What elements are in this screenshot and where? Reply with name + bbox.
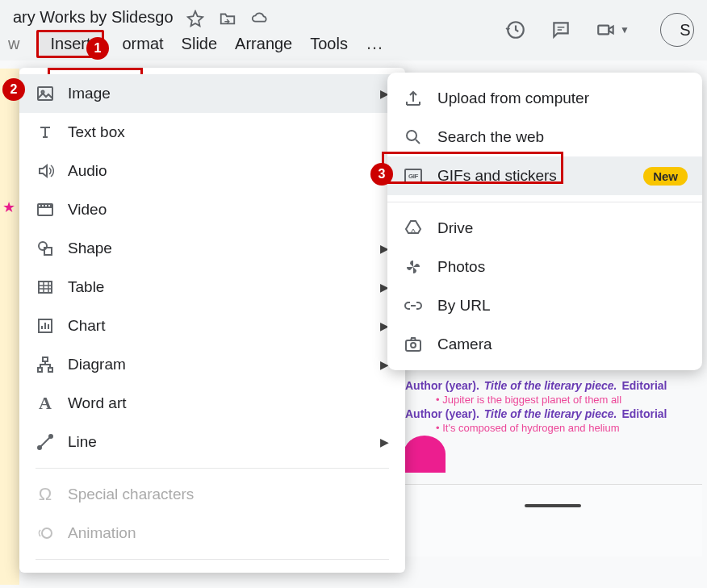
dropdown-audio-label: Audio [68,162,107,180]
dropdown-textbox[interactable]: Text box [19,113,405,152]
menu-insert-label: Insert [50,35,90,52]
svg-rect-8 [43,357,48,361]
svg-point-4 [39,242,47,250]
share-button[interactable]: S [660,13,694,47]
submenu-search-web[interactable]: Search the web [387,118,702,156]
sub-bullet-icon: • [436,394,440,406]
submenu-search-label: Search the web [437,128,544,146]
submenu-drive-label: Drive [437,219,473,237]
ref-sub2-text: It's composed of hydrogen and helium [442,422,619,434]
title-action-bar [186,10,269,27]
ref-sub1-text: Jupiter is the biggest planet of them al… [442,394,621,406]
resize-handle[interactable] [525,504,581,507]
comments-icon[interactable] [550,19,571,40]
dropdown-shape[interactable]: Shape ▶ [19,229,405,268]
dropdown-table[interactable]: Table ▶ [19,268,405,307]
upload-icon [404,89,423,108]
menu-more[interactable]: … [366,33,383,54]
submenu-arrow-icon: ▶ [380,436,389,448]
speaker-notes-area[interactable] [404,484,702,557]
submenu-camera[interactable]: Camera [387,325,702,364]
cloud-status-icon[interactable] [251,10,269,27]
dropdown-wordart[interactable]: A Word art [19,384,405,423]
audio-icon [36,161,55,181]
submenu-gifs-stickers[interactable]: GIF GIFs and stickers New [387,156,702,195]
svg-rect-6 [39,281,52,293]
submenu-photos-label: Photos [437,258,485,276]
dropdown-animation-label: Animation [68,524,136,542]
dropdown-video[interactable]: Video [19,190,405,229]
submenu-drive[interactable]: Drive [387,209,702,248]
dropdown-video-label: Video [68,201,107,219]
wordart-icon: A [36,394,55,413]
svg-point-14 [407,131,416,140]
callout-3: 3 [370,163,393,186]
shape-icon [36,239,55,258]
dropdown-animation: Animation [19,514,405,553]
dropdown-table-label: Table [68,278,104,296]
dropdown-image-label: Image [68,85,111,102]
menu-bar: w Insert ormat Slide Arrange Tools … [0,27,391,60]
menu-arrange[interactable]: Arrange [235,35,292,53]
svg-rect-9 [38,368,42,372]
dropdown-separator [36,559,389,560]
menu-format-truncated[interactable]: ormat [122,35,163,53]
new-badge: New [643,167,688,186]
video-call-button[interactable]: ▼ [596,19,630,40]
menu-view-truncated[interactable]: w [8,35,19,53]
image-icon [36,84,55,103]
drive-icon [404,219,423,238]
dropdown-line[interactable]: Line ▶ [19,423,405,461]
svg-rect-15 [406,340,420,351]
thumbnail-decoration-star-icon: ★ [2,198,15,216]
textbox-icon [36,123,55,142]
dropdown-image[interactable]: Image ▶ [19,74,405,113]
dropdown-special-label: Special characters [68,486,194,503]
dropdown-diagram-label: Diagram [68,356,126,373]
header-right-actions: ▼ S [505,13,694,47]
share-initial: S [680,21,690,40]
svg-point-13 [42,528,52,538]
ref-editorial: Editorial [621,379,667,392]
ref-title: Title of the literary piece. [484,407,617,420]
callout-2: 2 [2,78,25,101]
omega-icon: Ω [36,485,55,504]
menu-tools[interactable]: Tools [310,35,348,53]
dropdown-chart-label: Chart [68,317,105,335]
gifs-option-highlight [382,152,563,184]
dropdown-diagram[interactable]: Diagram ▶ [19,345,405,384]
chart-icon [36,316,55,336]
document-title[interactable]: ary Works by Slidesgo [13,8,174,27]
move-folder-icon[interactable] [219,10,236,27]
table-icon [36,277,55,297]
image-submenu: Upload from computer Search the web GIF … [387,73,702,370]
camera-icon [404,335,423,354]
history-icon[interactable] [505,19,526,40]
reference-row: ▸ Author (year). Title of the literary p… [395,379,686,392]
menu-slide[interactable]: Slide [182,35,217,53]
dropdown-audio[interactable]: Audio [19,152,405,190]
sub-bullet-icon: • [436,422,440,434]
ref-sub-line: • It's composed of hydrogen and helium [436,422,686,434]
submenu-photos[interactable]: Photos [387,248,702,286]
ref-title: Title of the literary piece. [484,379,617,392]
ref-sub-line: • Jupiter is the biggest planet of them … [436,394,686,406]
search-icon [404,127,423,147]
star-icon[interactable] [186,10,204,27]
svg-rect-1 [38,87,52,100]
submenu-byurl-label: By URL [437,297,490,315]
reference-row: ▸ Author (year). Title of the literary p… [395,407,686,420]
ref-author: Author (year). [405,407,479,420]
submenu-upload[interactable]: Upload from computer [387,79,702,118]
photos-icon [404,257,423,277]
dropdown-separator [36,468,389,469]
submenu-byurl[interactable]: By URL [387,286,702,325]
svg-rect-10 [48,368,52,372]
callout-1: 1 [86,37,109,60]
submenu-upload-label: Upload from computer [437,90,589,107]
ref-author: Author (year). [405,379,479,392]
dropdown-chart[interactable]: Chart ▶ [19,307,405,345]
dropdown-textbox-label: Text box [68,123,125,141]
link-icon [404,296,423,315]
svg-rect-0 [598,26,609,35]
